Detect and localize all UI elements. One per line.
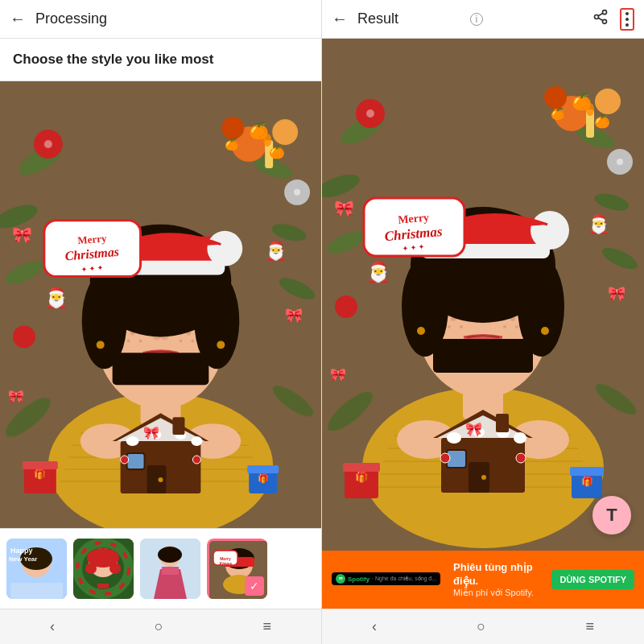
svg-point-174	[417, 327, 425, 335]
svg-point-125	[595, 89, 621, 114]
svg-rect-189	[496, 414, 509, 432]
svg-point-73	[121, 456, 129, 464]
thumbnail-4-selected[interactable]: Merry Xmas ✓	[207, 539, 267, 599]
svg-text:🎁: 🎁	[581, 475, 593, 487]
svg-rect-64	[127, 453, 145, 469]
ad-text-block: Phiêu tùng nhịp điệu. Miễn phí với Spoti…	[453, 561, 545, 599]
svg-point-191	[516, 453, 526, 463]
svg-point-34	[179, 339, 182, 342]
spotify-cta-button[interactable]: DÙNG SPOTIFY	[551, 570, 634, 589]
back-button-left[interactable]: ←	[10, 10, 26, 28]
svg-point-128	[366, 109, 374, 118]
svg-point-131	[335, 295, 357, 318]
svg-text:🎀: 🎀	[465, 421, 483, 438]
svg-point-114	[603, 19, 607, 23]
svg-text:🎅: 🎅	[366, 260, 390, 283]
svg-point-32	[127, 339, 130, 342]
selected-checkmark: ✓	[245, 576, 264, 596]
style-prompt-bar: Choose the style you like most	[0, 39, 321, 81]
svg-point-52	[207, 231, 242, 266]
svg-point-58	[217, 341, 225, 349]
left-panel: ← Processing Choose the style you like m…	[0, 0, 322, 644]
svg-text:🍊: 🍊	[249, 121, 269, 140]
svg-text:🎀: 🎀	[330, 367, 346, 382]
main-illustration-left: 🎀 🎀 🎀 🎅 🎅	[0, 81, 321, 528]
svg-text:New Year: New Year	[9, 555, 37, 563]
nav-menu-right[interactable]: ≡	[585, 618, 594, 635]
svg-text:🎀: 🎀	[8, 389, 24, 404]
nav-home-left[interactable]: ○	[155, 618, 163, 635]
svg-point-184	[447, 432, 461, 444]
svg-point-102	[158, 547, 182, 563]
text-add-button[interactable]: T	[592, 496, 631, 535]
thumbnail-3[interactable]	[140, 539, 200, 599]
svg-point-126	[544, 86, 567, 109]
svg-point-190	[440, 453, 450, 463]
svg-text:🎅: 🎅	[588, 213, 610, 235]
more-options-button[interactable]	[620, 8, 634, 31]
svg-text:🎀: 🎀	[334, 199, 354, 218]
svg-point-203	[336, 574, 345, 584]
svg-text:🍊: 🍊	[269, 144, 285, 159]
svg-point-13	[294, 189, 300, 196]
svg-point-130	[617, 159, 623, 165]
nav-menu-left[interactable]: ≡	[263, 618, 272, 635]
svg-point-11	[44, 140, 52, 148]
nav-bar-left: ‹ ○ ≡	[0, 609, 321, 644]
svg-point-67	[126, 436, 139, 446]
svg-rect-79	[247, 465, 279, 473]
svg-rect-196	[570, 467, 604, 476]
svg-text:🎀: 🎀	[12, 225, 32, 245]
thumbnail-2[interactable]	[73, 539, 134, 599]
result-illustration: 🎀 🎀 🎀 🎅 🎅	[322, 39, 644, 551]
svg-point-63	[159, 477, 163, 482]
svg-line-116	[598, 13, 603, 15]
nav-bar-right: ‹ ○ ≡	[322, 609, 644, 644]
svg-point-99	[109, 563, 121, 574]
back-button-right[interactable]: ←	[332, 10, 348, 28]
result-header: ← Result i	[322, 0, 644, 39]
svg-point-31	[139, 339, 142, 342]
result-title: Result	[357, 10, 467, 27]
svg-text:🎁: 🎁	[258, 473, 269, 484]
svg-point-9	[221, 117, 244, 139]
svg-point-152	[515, 325, 518, 328]
svg-point-57	[97, 341, 105, 349]
nav-back-left[interactable]: ‹	[50, 618, 55, 635]
svg-text:🍊: 🍊	[551, 107, 565, 121]
ad-title: Phiêu tùng nhịp điệu.	[453, 561, 545, 588]
processing-header: ← Processing	[0, 0, 321, 39]
svg-point-148	[460, 325, 463, 328]
svg-point-112	[603, 10, 607, 14]
share-icon[interactable]	[592, 9, 609, 29]
svg-rect-97	[97, 584, 109, 588]
svg-rect-49	[113, 353, 209, 385]
svg-text:Merry: Merry	[77, 232, 108, 246]
nav-home-right[interactable]: ○	[477, 618, 485, 635]
svg-rect-166	[433, 339, 533, 373]
ad-banner: Spotify · Nghe đa chiều, sống đ... Phiêu…	[322, 551, 644, 609]
thumbnail-1[interactable]: Happy New Year	[6, 539, 67, 599]
svg-text:Xmas: Xmas	[218, 561, 233, 566]
svg-point-113	[595, 15, 599, 19]
svg-text:🍊: 🍊	[225, 138, 239, 151]
svg-text:🎁: 🎁	[34, 468, 46, 480]
processing-title: Processing	[35, 10, 312, 27]
svg-text:🍊: 🍊	[594, 114, 610, 129]
svg-line-115	[598, 18, 603, 20]
svg-point-149	[448, 325, 451, 328]
svg-rect-103	[162, 567, 179, 575]
thumbnail-strip: Happy New Year	[0, 528, 321, 609]
svg-text:🎅: 🎅	[44, 287, 68, 310]
svg-rect-91	[10, 583, 63, 599]
svg-rect-62	[147, 465, 167, 493]
svg-point-175	[541, 327, 549, 335]
svg-text:🎀: 🎀	[143, 425, 159, 440]
svg-point-35	[191, 339, 194, 342]
svg-text:Happy: Happy	[10, 547, 33, 555]
svg-point-8	[272, 119, 298, 145]
svg-point-98	[85, 563, 97, 574]
svg-text:🍊: 🍊	[572, 92, 592, 111]
nav-back-right[interactable]: ‹	[372, 618, 377, 635]
info-icon[interactable]: i	[470, 13, 483, 26]
